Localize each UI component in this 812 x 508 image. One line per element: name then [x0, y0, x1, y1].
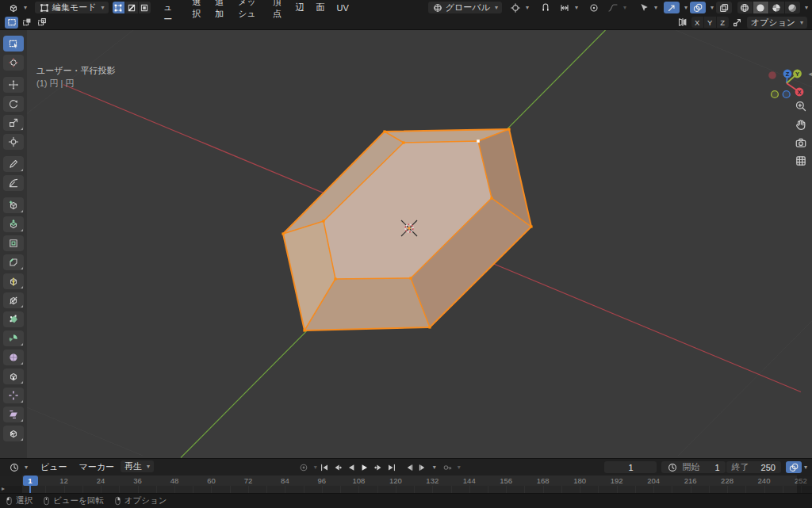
mode-selector[interactable]: 編集モード▾	[35, 2, 109, 13]
tool-move[interactable]	[3, 77, 24, 93]
sidebar-collapse-arrow[interactable]: ◂	[808, 70, 812, 78]
step-forward-button[interactable]	[417, 462, 429, 473]
menu-edge[interactable]: 辺	[290, 1, 310, 14]
falloff-dropdown[interactable]: ▾	[603, 2, 630, 13]
timeline-track[interactable]: ▸	[0, 486, 812, 493]
mesh-vertex[interactable]	[530, 225, 532, 227]
menu-vertex[interactable]: 頂点	[267, 1, 289, 14]
object-visibility-dropdown[interactable]: ▾	[634, 2, 661, 13]
playhead-line[interactable]	[29, 486, 31, 493]
tool-annotate[interactable]	[3, 156, 24, 172]
select-mode-face-button[interactable]	[139, 2, 151, 13]
auto-key-button[interactable]	[298, 462, 310, 473]
mesh-vertex[interactable]	[409, 277, 412, 279]
mesh-vertex[interactable]	[282, 232, 284, 235]
menu-uv[interactable]: UV	[331, 1, 354, 14]
next-keyframe-button[interactable]	[373, 462, 385, 473]
xray-toggle[interactable]	[716, 2, 732, 13]
shading-material-button[interactable]	[769, 2, 784, 13]
mesh-vertex[interactable]	[508, 128, 510, 130]
navigation-gizmo[interactable]: Z Y X	[763, 63, 812, 103]
tool-shrink-fatten[interactable]	[3, 388, 24, 403]
viewport-canvas[interactable]	[0, 30, 812, 458]
3d-viewport[interactable]: ユーザー・平行投影 (1) 円 | 円 Z Y X ◂	[0, 30, 812, 458]
mesh-vertex[interactable]	[383, 130, 385, 132]
shading-solid-button[interactable]	[753, 2, 768, 13]
tool-smooth[interactable]	[3, 349, 24, 365]
tool-transform[interactable]	[3, 134, 24, 150]
camera-view-button[interactable]	[795, 136, 807, 149]
select-mode-extend[interactable]	[20, 17, 33, 29]
show-overlays-toggle[interactable]	[690, 2, 706, 13]
tool-extrude-region[interactable]	[3, 216, 24, 232]
tool-edge-slide[interactable]	[3, 369, 24, 384]
play-button[interactable]	[359, 462, 371, 473]
tool-rotate[interactable]	[3, 96, 24, 112]
step-back-button[interactable]	[404, 462, 416, 473]
mesh-vertex[interactable]	[490, 197, 492, 199]
gizmo-z-neg[interactable]	[783, 91, 790, 98]
editor-type-button[interactable]: ▾	[4, 2, 31, 13]
tool-scale[interactable]	[3, 115, 24, 131]
jump-to-start-button[interactable]	[319, 462, 331, 473]
menu-add[interactable]: 追加	[209, 1, 232, 14]
snap-settings-dropdown[interactable]: ▾	[555, 2, 582, 13]
gizmo-x-neg[interactable]	[768, 71, 776, 79]
menu-select[interactable]: 選択	[186, 1, 209, 14]
pivot-point-dropdown[interactable]: ▾	[506, 2, 533, 13]
timeline-menu-marker[interactable]: マーカー	[74, 460, 121, 474]
mesh-vertex[interactable]	[303, 329, 305, 331]
tool-add-cube[interactable]	[3, 197, 24, 213]
play-reverse-button[interactable]	[346, 462, 358, 473]
select-mode-vertex-button[interactable]	[113, 2, 125, 13]
playhead[interactable]: 1	[23, 476, 38, 486]
tool-knife[interactable]	[3, 292, 24, 308]
frame-end-field[interactable]: 終了 250	[726, 461, 781, 473]
tool-select-box[interactable]	[3, 36, 24, 52]
tool-inset-faces[interactable]	[3, 235, 24, 251]
tool-shear[interactable]	[3, 407, 24, 422]
timeline-menu-view[interactable]: ビュー	[35, 460, 73, 474]
proportional-edit-toggle[interactable]	[588, 2, 599, 13]
channel-expand-arrow[interactable]: ▸	[2, 486, 5, 492]
ortho-toggle-button[interactable]	[795, 155, 807, 167]
snap-toggle[interactable]	[540, 2, 551, 13]
frame-start-field[interactable]: 開始 1	[661, 461, 725, 473]
timeline-menu-playback[interactable]: 再生▾	[121, 460, 154, 472]
pan-button[interactable]	[795, 118, 807, 131]
active-vertex[interactable]	[477, 139, 480, 143]
timeline-editor-type-button[interactable]: ▾	[5, 461, 32, 473]
tool-rip-region[interactable]	[3, 426, 24, 441]
show-gizmo-toggle[interactable]	[664, 2, 680, 13]
menu-face[interactable]: 面	[311, 1, 331, 14]
mirror-z-toggle[interactable]: Z	[717, 17, 729, 28]
mesh-vertex[interactable]	[322, 220, 324, 222]
tool-loop-cut[interactable]	[3, 273, 24, 289]
menu-view[interactable]: ビュー	[158, 1, 186, 14]
shading-wireframe-button[interactable]	[737, 2, 753, 13]
current-frame-field[interactable]: 1	[604, 461, 657, 473]
transform-orientation-dropdown[interactable]: グローバル▾	[428, 2, 502, 13]
zoom-button[interactable]	[795, 100, 807, 113]
mesh-vertex[interactable]	[428, 326, 431, 328]
symmetry-snap-icon[interactable]	[732, 17, 743, 28]
mirror-y-toggle[interactable]: Y	[704, 17, 716, 28]
timeline-filter-button[interactable]	[786, 461, 802, 473]
tool-poly-build[interactable]	[3, 311, 24, 327]
prev-keyframe-button[interactable]	[332, 462, 344, 473]
menu-mesh[interactable]: メッシュ	[232, 1, 266, 14]
select-mode-edge-button[interactable]	[125, 2, 138, 13]
mesh-vertex[interactable]	[402, 141, 404, 143]
tool-measure[interactable]	[3, 175, 24, 191]
timeline-ruler[interactable]: 1224364860728496108120132144156168180192…	[0, 476, 812, 486]
keying-set-button[interactable]	[442, 462, 454, 473]
tool-cursor[interactable]	[3, 55, 24, 71]
gizmo-y-neg[interactable]	[772, 91, 779, 98]
mirror-x-toggle[interactable]: X	[691, 17, 703, 28]
select-mode-subtract[interactable]	[35, 17, 48, 29]
select-mode-new[interactable]	[5, 17, 18, 29]
tool-bevel[interactable]	[3, 254, 24, 270]
shading-rendered-button[interactable]	[785, 2, 800, 13]
tool-spin[interactable]	[3, 330, 24, 346]
mesh-vertex[interactable]	[334, 277, 336, 280]
